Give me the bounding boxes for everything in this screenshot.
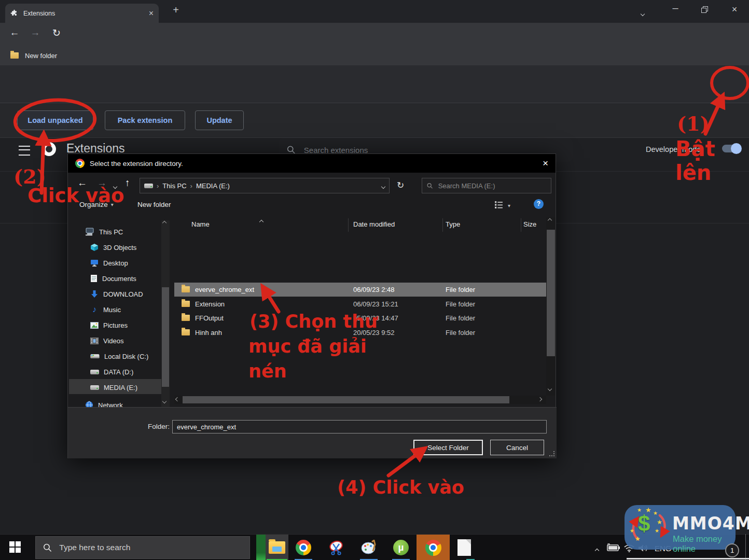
file-date: 06/09/23 15:21: [353, 300, 398, 308]
refresh-icon[interactable]: ↻: [397, 180, 404, 191]
tray-expand-icon[interactable]: [595, 545, 599, 554]
address-dropdown-icon[interactable]: [382, 182, 385, 190]
dialog-titlebar[interactable]: Select the extension directory. ×: [68, 154, 556, 173]
scroll-up-icon[interactable]: [548, 219, 551, 222]
menu-hamburger-icon[interactable]: [19, 146, 30, 158]
forward-icon[interactable]: →: [28, 27, 43, 38]
scroll-left-icon[interactable]: [176, 398, 179, 401]
browser-toolbar: ← → ↻ Chrome chrome:// extensions ☆ Upda…: [0, 23, 749, 46]
column-type[interactable]: Type: [446, 220, 460, 228]
show-desktop-divider[interactable]: [745, 534, 746, 560]
list-scrollbar[interactable]: [546, 217, 556, 396]
taskbar-utorrent[interactable]: µ: [390, 535, 412, 560]
minimize-button[interactable]: –: [668, 2, 683, 14]
help-icon[interactable]: ?: [534, 199, 544, 209]
column-name[interactable]: Name: [191, 220, 210, 228]
file-row-extension[interactable]: Extension 06/09/23 15:21 File folder: [174, 297, 546, 311]
breadcrumb-this-pc[interactable]: This PC: [162, 182, 186, 190]
load-unpacked-button[interactable]: Load unpacked: [17, 110, 93, 130]
column-size[interactable]: Size: [523, 220, 536, 228]
app-strip-icon[interactable]: [256, 535, 266, 560]
bookmark-item[interactable]: New folder: [25, 52, 57, 60]
file-row-everve[interactable]: everve_chrome_ext 06/09/23 2:48 File fol…: [174, 283, 546, 297]
breadcrumb-drive[interactable]: MEDIA (E:): [196, 182, 230, 190]
resize-grip[interactable]: [549, 451, 554, 456]
scrollbar-thumb[interactable]: [183, 396, 509, 403]
scroll-down-icon[interactable]: [163, 400, 166, 403]
select-folder-button[interactable]: Select Folder: [413, 440, 483, 455]
breadcrumb[interactable]: › This PC › MEDIA (E:): [140, 178, 390, 193]
taskbar-search-input[interactable]: [58, 542, 242, 553]
reload-icon[interactable]: ↻: [49, 27, 64, 39]
taskbar-search[interactable]: [35, 536, 250, 559]
scrollbar-thumb[interactable]: [547, 230, 555, 356]
start-button[interactable]: [9, 541, 21, 553]
sidebar-item-pictures[interactable]: Pictures: [90, 318, 128, 332]
sidebar-item-download[interactable]: DOWNLOAD: [90, 287, 143, 301]
sidebar-item-this-pc[interactable]: This PC: [85, 225, 123, 239]
update-extensions-button[interactable]: Update: [195, 110, 244, 130]
up-directory-icon[interactable]: ↑: [125, 177, 130, 189]
taskbar-chrome[interactable]: [292, 535, 315, 560]
tab-close-icon[interactable]: ×: [149, 9, 154, 18]
sidebar-label: This PC: [99, 228, 123, 236]
folder-name-input[interactable]: [172, 420, 547, 433]
file-type: File folder: [446, 286, 475, 293]
window-close-icon[interactable]: ×: [727, 4, 742, 15]
file-row-hinh-anh[interactable]: Hinh anh 20/05/23 9:52 File folder: [174, 326, 546, 340]
column-date[interactable]: Date modified: [353, 220, 395, 228]
dialog-back-icon[interactable]: ←: [77, 177, 87, 189]
file-name: FFOutput: [195, 314, 224, 322]
music-icon: ♪: [90, 305, 99, 314]
taskbar-chrome-active[interactable]: [417, 535, 450, 560]
explorer-search[interactable]: [422, 178, 551, 193]
dollar-icon: $: [638, 511, 650, 536]
cancel-button[interactable]: Cancel: [490, 440, 544, 455]
pack-extension-button[interactable]: Pack extension: [105, 110, 185, 130]
restore-button[interactable]: [697, 6, 712, 15]
tab-search-icon[interactable]: [641, 8, 644, 18]
notification-badge[interactable]: 1: [725, 543, 739, 557]
scroll-right-icon[interactable]: [538, 398, 542, 401]
file-type: File folder: [446, 329, 475, 337]
sidebar-scrollbar[interactable]: [161, 220, 170, 407]
sidebar-item-3d-objects[interactable]: 3D Objects: [90, 240, 136, 255]
back-icon[interactable]: ←: [7, 27, 22, 38]
bookmark-folder-icon: [10, 52, 19, 59]
battery-icon[interactable]: [607, 543, 620, 553]
dialog-close-icon[interactable]: ×: [543, 158, 548, 169]
horizontal-scrollbar[interactable]: [174, 396, 546, 404]
file-row-ffoutput[interactable]: FFOutput 05/09/23 14:47 File folder: [174, 311, 546, 325]
sidebar-item-videos[interactable]: Videos: [90, 333, 124, 348]
developer-mode-toggle[interactable]: [722, 145, 741, 152]
chrome-icon: [425, 540, 441, 556]
file-date: 06/09/23 2:48: [353, 286, 395, 293]
taskbar-snipping-tool[interactable]: [325, 535, 348, 560]
view-options-icon[interactable]: [494, 200, 503, 211]
dialog-footer: Folder: Select Folder Cancel: [68, 407, 557, 458]
new-folder-button[interactable]: New folder: [137, 201, 171, 208]
explorer-search-input[interactable]: [437, 181, 546, 190]
sidebar-item-data-d[interactable]: DATA (D:): [90, 365, 133, 379]
tab-strip: Extensions × + – ×: [0, 0, 749, 23]
tab-extensions[interactable]: Extensions ×: [5, 4, 159, 23]
sidebar-item-desktop[interactable]: Desktop: [90, 256, 128, 270]
taskbar-file-explorer[interactable]: [266, 535, 288, 560]
taskbar-notepad[interactable]: [453, 535, 476, 560]
recent-locations-icon[interactable]: [114, 182, 117, 190]
organize-button[interactable]: Organize ▾: [79, 201, 114, 208]
sidebar-item-local-disk-c[interactable]: Local Disk (C:): [90, 349, 148, 363]
dialog-forward-icon[interactable]: →: [97, 177, 107, 189]
scroll-down-icon[interactable]: [548, 387, 551, 390]
update-extensions-label: Update: [206, 116, 232, 124]
sidebar-item-music[interactable]: ♪ Music: [90, 302, 121, 317]
scrollbar-thumb[interactable]: [162, 287, 169, 387]
taskbar-paint[interactable]: [357, 535, 380, 560]
view-caret-icon[interactable]: ▾: [508, 203, 510, 208]
paint-icon: [360, 540, 377, 555]
sidebar-item-documents[interactable]: Documents: [90, 271, 136, 286]
sidebar-item-media-e[interactable]: MEDIA (E:): [90, 380, 137, 395]
scroll-up-icon[interactable]: [163, 221, 166, 225]
puzzle-favicon-icon: [10, 9, 18, 17]
new-tab-button[interactable]: +: [169, 3, 183, 17]
